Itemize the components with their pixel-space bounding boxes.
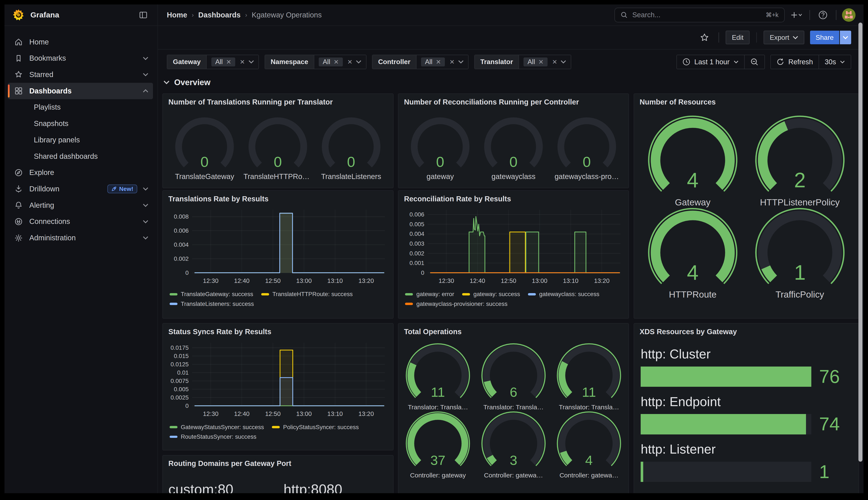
svg-text:0: 0 [185, 402, 189, 409]
star-icon [13, 70, 24, 79]
panel-title[interactable]: Total Operations [398, 323, 629, 336]
remove-value-icon[interactable]: ✕ [436, 58, 441, 66]
help-icon[interactable] [815, 8, 830, 22]
sidebar-item-label: Explore [30, 168, 148, 177]
star-dashboard-icon[interactable] [697, 30, 712, 45]
filter-gateway[interactable]: Gateway All✕ ✕ [167, 55, 259, 69]
sidebar-item-home[interactable]: Home [8, 34, 153, 50]
filter-value: All✕ ✕ [519, 55, 571, 69]
nav-icons [789, 8, 856, 22]
clear-filter-icon[interactable]: ✕ [449, 58, 455, 66]
legend-item[interactable]: gateway: success [462, 291, 520, 298]
row-overview-toggle[interactable]: Overview [164, 78, 211, 87]
legend-item[interactable]: TranslateListeners: success [170, 300, 254, 307]
gauge-total-operations-5: 4 Controller: gatewa… [551, 411, 627, 479]
filter-label: Namespace [265, 55, 314, 69]
grafana-logo[interactable] [12, 9, 25, 21]
legend-item[interactable]: GatewayStatusSyncer: success [170, 424, 264, 431]
sidebar-item-label: Starred [30, 70, 137, 79]
panel-title[interactable]: XDS Resources by Gateway [634, 323, 859, 336]
panel-title[interactable]: Routing Domains per Gateway Port [163, 455, 393, 468]
filter-controller[interactable]: Controller All✕ ✕ [372, 55, 468, 69]
search-box[interactable]: ⌘+k [614, 8, 785, 22]
breadcrumb-item[interactable]: Kgateway Operations [252, 11, 322, 19]
gauge-label: Translator: Transla… [476, 404, 551, 411]
edit-button[interactable]: Edit [726, 31, 749, 44]
clear-filter-icon[interactable]: ✕ [240, 58, 245, 66]
gauge-label: Controller: gatewa… [551, 471, 627, 479]
panel-title[interactable]: Status Syncs Rate by Results [163, 323, 393, 336]
chevron-down-icon[interactable] [356, 58, 361, 65]
filter-namespace[interactable]: Namespace All✕ ✕ [265, 55, 366, 69]
panel-title[interactable]: Number of Translations Running per Trans… [163, 94, 393, 106]
sidebar-item-starred[interactable]: Starred [8, 66, 153, 83]
filter-chip[interactable]: All✕ [421, 57, 445, 66]
sidebar-item-dashboards[interactable]: Dashboards [8, 83, 153, 99]
top-nav: Home›Dashboards›Kgateway Operations ⌘+k [158, 4, 864, 26]
sidebar-item-label: Bookmarks [30, 54, 137, 62]
breadcrumb-item[interactable]: Home [167, 11, 187, 19]
refresh-button[interactable]: Refresh [771, 55, 819, 69]
legend-item[interactable]: TranslateHTTPRoute: success [261, 291, 353, 298]
sidebar-item-alerting[interactable]: Alerting [8, 197, 153, 214]
legend-item[interactable]: PolicyStatusSyncer: success [272, 424, 359, 431]
sidebar-item-shared-dashboards[interactable]: Shared dashboards [8, 148, 153, 164]
share-caret-button[interactable] [840, 31, 851, 44]
gauge-label: Translator: Transla… [400, 404, 476, 411]
panel-title[interactable]: Reconciliation Rate by Results [398, 191, 629, 203]
sidebar-item-snapshots[interactable]: Snapshots [8, 115, 153, 132]
gauge-number-of-resources-2: 4 HTTPRoute [639, 207, 746, 300]
chevron-down-icon[interactable] [458, 58, 464, 65]
filter-chip[interactable]: All✕ [319, 57, 343, 66]
stat-value: custom:80 [163, 481, 278, 493]
sidebar-item-label: Shared dashboards [34, 152, 148, 160]
clear-filter-icon[interactable]: ✕ [347, 58, 353, 66]
remove-value-icon[interactable]: ✕ [334, 58, 339, 66]
filter-chip[interactable]: All✕ [523, 57, 547, 66]
sidebar-item-library-panels[interactable]: Library panels [8, 132, 153, 148]
scrollbar[interactable] [858, 23, 863, 462]
sidebar-item-drilldown[interactable]: DrilldownNew! [8, 181, 153, 197]
avatar[interactable] [842, 8, 855, 22]
gauge-translations-running-1: 0 TranslateHTTPRoute [241, 115, 314, 181]
sidebar-item-administration[interactable]: Administration [8, 230, 153, 246]
stat-values: custom:80http:8080 [163, 481, 393, 493]
gauge-reconciliations-running-2: 0 gatewayclass-pro… [550, 115, 623, 181]
clear-filter-icon[interactable]: ✕ [552, 58, 557, 66]
chevron-down-icon[interactable] [560, 58, 566, 65]
time-range-button[interactable]: Last 1 hour [677, 55, 744, 69]
sidebar-item-connections[interactable]: Connections [8, 214, 153, 230]
legend-item[interactable]: RouteStatusSyncer: success [170, 433, 257, 440]
share-button[interactable]: Share [810, 31, 839, 44]
legend-swatch [272, 426, 280, 428]
add-button[interactable] [789, 8, 804, 22]
legend-item[interactable]: gateway: error [405, 291, 454, 298]
panel-title[interactable]: Number of Resources [634, 94, 859, 106]
remove-value-icon[interactable]: ✕ [538, 58, 544, 66]
sidebar-item-bookmarks[interactable]: Bookmarks [8, 50, 153, 66]
sidebar-item-explore[interactable]: Explore [8, 164, 153, 181]
legend-item[interactable]: TranslateGateway: success [170, 291, 253, 298]
legend-item[interactable]: gatewayclass: success [528, 291, 599, 298]
panel-title[interactable]: Number of Reconciliations Running per Co… [398, 94, 629, 106]
chevron-down-icon[interactable] [248, 58, 254, 65]
filter-chip[interactable]: All✕ [211, 57, 235, 66]
bar-label: http: Endpoint [641, 394, 852, 409]
sidebar-item-label: Administration [30, 234, 137, 242]
zoom-out-button[interactable] [744, 55, 765, 69]
remove-value-icon[interactable]: ✕ [226, 58, 231, 66]
filter-translator[interactable]: Translator All✕ ✕ [474, 55, 571, 69]
export-button[interactable]: Export [764, 31, 804, 44]
breadcrumb-item[interactable]: Dashboards [198, 11, 241, 19]
panel-reconciliation-rate: Reconciliation Rate by Results0.0060.005… [398, 190, 629, 319]
panel-title[interactable]: Translations Rate by Results [163, 191, 393, 203]
svg-text:0.002: 0.002 [410, 250, 424, 257]
sidebar-item-playlists[interactable]: Playlists [8, 99, 153, 116]
dock-sidebar-icon[interactable] [136, 8, 151, 22]
dashboard-canvas: Overview Number of Translations Running … [158, 74, 864, 493]
gauge-number-of-resources-0: 4 Gateway [639, 115, 746, 207]
legend-item[interactable]: gatewayclass-provisioner: success [405, 300, 507, 307]
refresh-interval-button[interactable]: 30s [819, 55, 851, 69]
share-split-button: Share [810, 31, 851, 44]
search-input[interactable] [632, 11, 761, 19]
